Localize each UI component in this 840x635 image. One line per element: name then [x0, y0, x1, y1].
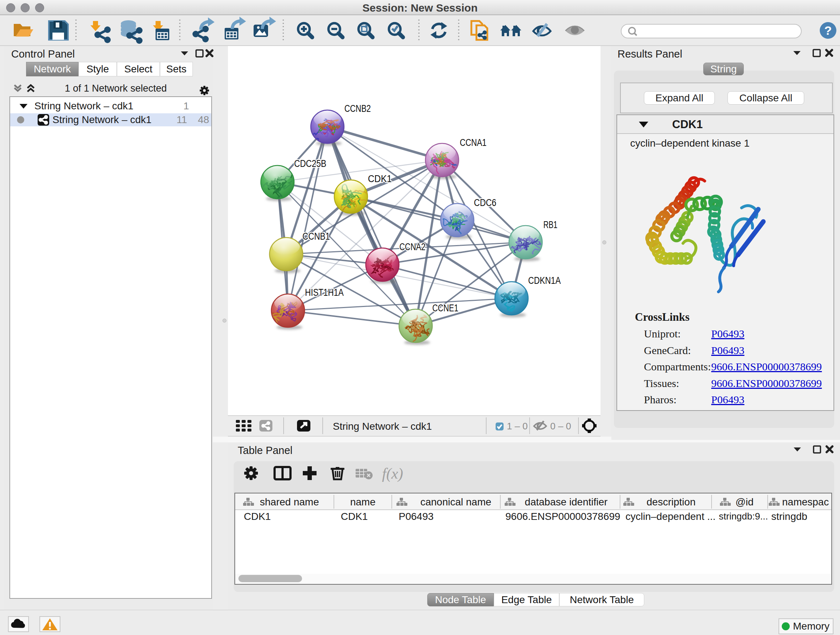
svg-text:String Network – cdk1: String Network – cdk1	[333, 421, 432, 432]
svg-text:CDC6: CDC6	[474, 197, 496, 208]
svg-text:CCNA2: CCNA2	[399, 241, 425, 252]
svg-text:shared name: shared name	[260, 496, 319, 508]
svg-text:CDKN1A: CDKN1A	[528, 275, 561, 286]
svg-text:CCNB2: CCNB2	[344, 103, 371, 114]
svg-text:1 – 0: 1 – 0	[507, 421, 528, 432]
svg-text:HIST1H1A: HIST1H1A	[305, 287, 344, 298]
svg-text:f(x): f(x)	[382, 465, 403, 482]
svg-text:canonical name: canonical name	[420, 496, 491, 508]
svg-text:CDK1: CDK1	[368, 173, 392, 184]
svg-text:namespac: namespac	[782, 496, 829, 508]
svg-text:CCNB1: CCNB1	[302, 231, 330, 242]
svg-text:CCNE1: CCNE1	[432, 302, 458, 314]
svg-text:RB1: RB1	[543, 219, 557, 230]
svg-text:CCNA1: CCNA1	[460, 137, 486, 148]
svg-text:name: name	[350, 496, 376, 508]
svg-text:description: description	[646, 496, 695, 508]
svg-text:database identifier: database identifier	[525, 496, 608, 508]
svg-text:CDC25B: CDC25B	[294, 158, 326, 169]
svg-text:0 – 0: 0 – 0	[550, 421, 571, 432]
svg-text:@id: @id	[736, 496, 753, 508]
